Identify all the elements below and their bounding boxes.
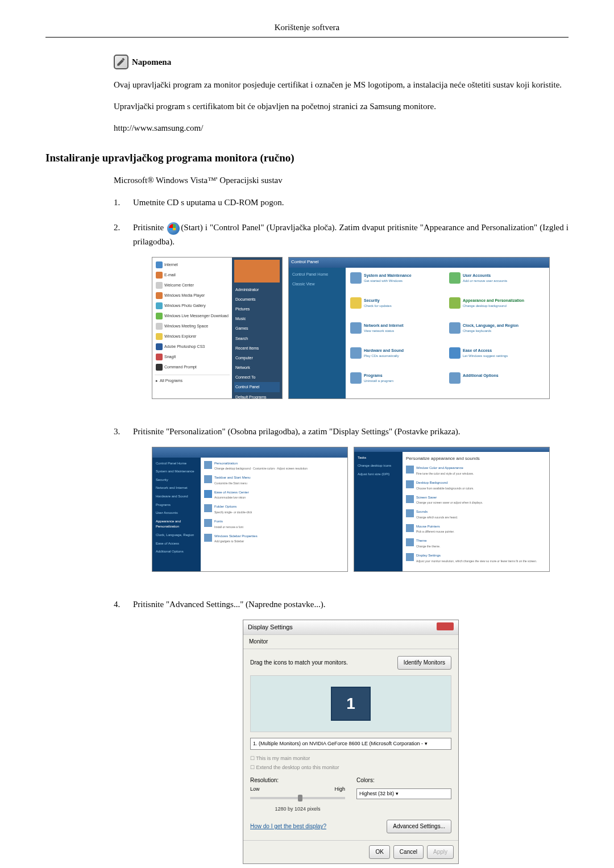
dd-low: Low xyxy=(250,785,260,793)
sm-r-item: Connect To xyxy=(234,372,280,382)
pr-s: Change the theme. xyxy=(416,544,441,549)
step-1-text: Umetnite CD s uputama u CD-ROM pogon. xyxy=(133,196,569,209)
sm-item: Command Prompt xyxy=(164,364,197,370)
cp-item-t: System and Maintenance xyxy=(364,272,412,279)
sm-item: Welcome Center xyxy=(164,282,194,288)
dd-cancel-btn: Cancel xyxy=(393,845,424,859)
step-number: 4. xyxy=(114,597,131,868)
dd-res-label: Resolution: xyxy=(250,776,345,785)
cp-item-s: Play CDs automatically xyxy=(364,354,404,359)
cp-side: Classic View xyxy=(292,281,342,287)
note-icon xyxy=(114,55,128,69)
step-number: 1. xyxy=(114,196,131,209)
pr-s: Fine tune the color and style of your wi… xyxy=(416,471,474,476)
dd-ok-btn: OK xyxy=(369,845,389,859)
sm-item: SnagIt xyxy=(164,354,176,360)
pi-t: Taskbar and Start Menu xyxy=(214,475,251,481)
sm-item: Windows Photo Gallery xyxy=(164,302,206,309)
note-title: Napomena xyxy=(132,57,171,67)
ps-side: System and Maintenance xyxy=(156,469,197,475)
note-paragraph-2: Upravljački program s certifikatom bit ć… xyxy=(114,99,569,113)
sm-r-item: Pictures xyxy=(234,304,280,314)
pr-s: Choose from available backgrounds or col… xyxy=(416,486,474,491)
dd-chk2: Extend the desktop onto this monitor xyxy=(256,765,339,770)
ps-side: Network and Internet xyxy=(156,485,197,491)
ps-side: Additional Options xyxy=(156,549,197,555)
screenshot-personalization: Tasks Change desktop icons Adjust font s… xyxy=(354,447,550,572)
steps-list: 1. Umetnite CD s uputama u CD-ROM pogon.… xyxy=(114,196,569,868)
sm-item: Windows Live Messenger Download xyxy=(164,313,229,319)
cp-item-t: Hardware and Sound xyxy=(364,347,404,354)
cp-item-t: User Accounts xyxy=(463,272,507,279)
dd-drag-text: Drag the icons to match your monitors. xyxy=(250,658,348,667)
sm-item: Adobe Photoshop CS3 xyxy=(164,343,205,350)
cp-item-t: Clock, Language, and Region xyxy=(463,322,518,329)
dd-high: High xyxy=(334,785,345,793)
cp-item-t: Additional Options xyxy=(463,372,499,379)
cp-item-appearance: Appearance and Personalization xyxy=(463,297,524,304)
ps-side: Ease of Access xyxy=(156,541,197,547)
pi-t: Windows Sidebar Properties xyxy=(214,534,258,539)
cp-item-s: Change keyboards xyxy=(463,329,518,334)
dd-colors-label: Colors: xyxy=(356,776,451,785)
note-url: http://www.samsung.com/ xyxy=(114,121,569,135)
sm-item: All Programs xyxy=(160,377,182,384)
sm-r-item: Music xyxy=(234,314,280,323)
sm-r-item: Search xyxy=(234,334,280,343)
cp-item-s: Change desktop background xyxy=(463,304,524,309)
pi-t: Folder Options xyxy=(214,504,252,510)
cp-title: Control Panel xyxy=(291,259,318,266)
step-number: 3. xyxy=(114,425,131,586)
subtitle: Microsoft® Windows Vista™' Operacijski s… xyxy=(114,176,569,185)
dd-colors-value: Highest (32 bit) xyxy=(359,791,394,796)
pr-s: Adjust your monitor resolution, which ch… xyxy=(416,559,537,563)
pi-s: Add gadgets to Sidebar xyxy=(214,539,258,543)
dd-title-text: Display Settings xyxy=(248,622,293,633)
cp-item-t: Network and Internet xyxy=(364,322,404,329)
ps-side: Programs xyxy=(156,502,197,508)
pr-display-settings: Display Settings xyxy=(416,553,537,559)
screenshot-start-menu: Internet E-mail Welcome Center Windows M… xyxy=(152,257,283,399)
screenshot-display-settings: Display Settings Monitor Drag the icons … xyxy=(243,620,459,865)
ps-side: Control Panel Home xyxy=(156,461,197,467)
sm-r-item: Games xyxy=(234,323,280,333)
cp-item-s: Uninstall a program xyxy=(364,379,393,384)
windows-start-icon xyxy=(167,222,180,235)
pr-t: Window Color and Appearance xyxy=(416,466,474,471)
sm-item: Windows Explorer xyxy=(164,333,196,339)
pr-s: Change which sounds are heard. xyxy=(416,515,458,520)
sm-r-item-control-panel: Control Panel xyxy=(234,382,280,392)
pi-t: Fonts xyxy=(214,519,243,525)
step-2b: (Start) i "Control Panel" (Upravljačka p… xyxy=(133,223,569,246)
dd-help-link: How do I get the best display? xyxy=(250,822,326,831)
ps-side: Hardware and Sound xyxy=(156,494,197,500)
step-3-text: Pritisnite "Personalization" (Osobna pri… xyxy=(133,425,569,438)
sm-r-item: Network xyxy=(234,363,280,372)
pi-s: Customize the Start menu xyxy=(214,481,251,485)
sm-item: Internet xyxy=(164,261,178,268)
cp-item-s: View network status xyxy=(364,329,404,334)
cp-item-s: Add or remove user accounts xyxy=(463,279,507,284)
note-paragraph-1: Ovaj upravljački program za monitor posj… xyxy=(114,78,569,92)
close-icon xyxy=(437,622,454,630)
dd-dropdown: 1. (Multiple Monitors) on NVIDIA GeForce… xyxy=(250,738,451,749)
dd-monitor-icon: 1 xyxy=(331,687,371,721)
page-header-title: Korištenje softvera xyxy=(45,23,569,32)
sm-item: Windows Meeting Space xyxy=(164,323,208,329)
ps-side-highlight: Appearance and Personalization xyxy=(156,519,197,530)
pr-t: Mouse Pointers xyxy=(416,524,454,530)
cp-item-s: Check for updates xyxy=(364,304,392,309)
note-section: Napomena Ovaj upravljački program za mon… xyxy=(114,55,569,135)
screenshot-appearance-personalization: Control Panel Home System and Maintenanc… xyxy=(152,447,348,572)
pi-s: Change desktop background · Customize co… xyxy=(214,466,308,471)
step-4-text: Pritisnite "Advanced Settings..." (Napre… xyxy=(133,597,569,611)
sm-r-item: Documents xyxy=(234,294,280,304)
pr-heading: Personalize appearance and sounds xyxy=(406,455,546,463)
pr-t: Sounds xyxy=(416,509,458,515)
dd-res-text: 1280 by 1024 pixels xyxy=(250,805,345,813)
ps-side: Clock, Language, Region xyxy=(156,533,197,538)
pi-t: Ease of Access Center xyxy=(214,490,249,496)
step-2-text: Pritisnite (Start) i "Control Panel" (Up… xyxy=(133,221,569,248)
dd-apply-btn: Apply xyxy=(427,845,454,859)
pr-s: Pick a different mouse pointer. xyxy=(416,529,454,534)
